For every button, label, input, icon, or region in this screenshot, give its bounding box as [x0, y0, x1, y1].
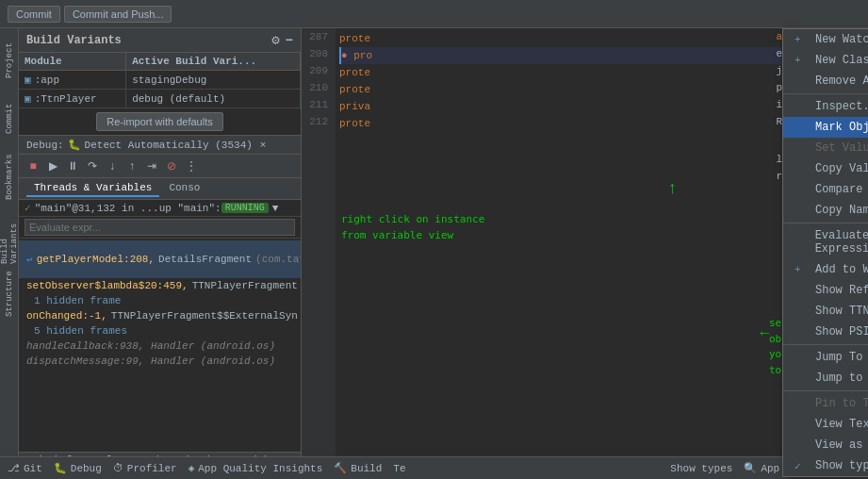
check-icon: ✓ [794, 460, 810, 472]
status-show-types[interactable]: Show types [670, 463, 732, 474]
menu-item-referring-objects[interactable]: Show Referring Objects... [783, 280, 868, 301]
stack-frame[interactable]: onChanged:-1, TTNPlayerFragment$$Externa… [19, 308, 301, 323]
settings-icon[interactable]: ⚙ [271, 32, 279, 48]
package-info: (android.os) [201, 355, 275, 367]
menu-item-show-types[interactable]: ✓ Show types [783, 455, 868, 476]
resume-button[interactable]: ▶ [44, 157, 61, 174]
stop-button[interactable]: ■ [25, 157, 41, 174]
hidden-frames[interactable]: 1 hidden frame [19, 293, 301, 308]
thread-filter-icon[interactable]: ▼ [272, 203, 279, 214]
line-numbers: 287 208 209 210 211 212 [302, 28, 336, 461]
running-badge: RUNNING [221, 203, 269, 213]
eval-input[interactable] [25, 219, 295, 236]
module-name: ▣:TtnPlayer [19, 90, 126, 108]
keyword: prote [339, 67, 370, 78]
menu-item-mark-object[interactable]: Mark Object... F11 [783, 117, 868, 138]
status-app-quality[interactable]: ◈ App Quality Insights [188, 462, 323, 474]
te-label: Te [393, 463, 405, 474]
menu-item-view-as[interactable]: View as ▶ [783, 435, 868, 455]
menu-label: View as [815, 438, 862, 452]
status-git[interactable]: ⎇ Git [8, 462, 42, 474]
commit-push-button[interactable]: Commit and Push... [64, 6, 172, 23]
pause-button[interactable]: ⏸ [64, 157, 81, 174]
stack-frame[interactable]: setObserver$lambda$20:459, TTNPlayerFrag… [19, 278, 301, 293]
module-icon: ▣ [25, 93, 31, 105]
menu-item-show-ttn-objects[interactable]: Show TTNPlayerFragment Objects... [783, 301, 868, 322]
run-to-cursor-button[interactable]: ⇥ [143, 157, 160, 174]
menu-item-label: Copy Value [794, 162, 868, 175]
menu-label: Inspect... [815, 100, 868, 113]
git-icon: ⎇ [8, 462, 20, 474]
menu-item-new-class-watch[interactable]: + New Class Level Watch... [783, 50, 868, 71]
re-import-button[interactable]: Re-import with defaults [96, 112, 223, 131]
minimize-icon[interactable]: − [286, 33, 293, 48]
sidebar-item-build-variants[interactable]: Build Variants [1, 207, 18, 264]
debug-status-label: Debug [71, 463, 102, 474]
menu-label: New Class Level Watch... [815, 54, 868, 67]
menu-item-add-watches[interactable]: + Add to Watches [783, 259, 868, 280]
step-into-button[interactable]: ↓ [104, 157, 121, 174]
status-te[interactable]: Te [393, 463, 405, 474]
menu-item-copy-value[interactable]: Copy Value Ctrl+C [783, 158, 868, 179]
menu-item-evaluate[interactable]: Evaluate Expression... Alt+Shift+8 [783, 225, 868, 259]
menu-item-copy-name[interactable]: Copy Name [783, 200, 868, 221]
table-row[interactable]: ▣:app stagingDebug [19, 71, 301, 90]
keyword: pro [353, 50, 372, 61]
menu-item-label: Jump To Source [794, 351, 868, 364]
menu-item-view-text[interactable]: View Text [783, 414, 868, 435]
variant-value: stagingDebug [126, 71, 301, 90]
tab-console[interactable]: Conso [161, 180, 207, 197]
col-module: Module [19, 53, 126, 71]
sidebar-item-structure[interactable]: Structure [1, 266, 18, 322]
more-button[interactable]: ⋮ [183, 157, 200, 174]
menu-label: Jump to Type Source [815, 372, 868, 385]
line-num: 209 [302, 62, 332, 79]
sidebar-item-commit[interactable]: Commit [1, 91, 18, 147]
debug-close-icon[interactable]: × [260, 140, 267, 151]
android-frame[interactable]: dispatchMessage:99, Handler (android.os) [19, 354, 301, 369]
menu-label: View Text [815, 418, 868, 431]
menu-item-compare-clipboard[interactable]: Compare Value with Clipboard [783, 179, 868, 200]
menu-label: Show types [815, 459, 868, 472]
tab-threads-variables[interactable]: Threads & Variables [26, 180, 159, 197]
hidden-frames-2[interactable]: 5 hidden frames [19, 323, 301, 339]
line-num: 208 [302, 45, 332, 62]
breakpoint-icon: ● [341, 50, 348, 61]
menu-label: New Watch... [815, 33, 868, 46]
menu-item-label: Jump to Type Source [794, 372, 868, 385]
table-row[interactable]: ▣:TtnPlayer debug (default) [19, 90, 301, 108]
menu-label: Show PSI Structure... [815, 325, 868, 339]
class-name: TTNPlayerFragment$$ExternalSyn [111, 310, 298, 322]
show-types-label: Show types [670, 463, 732, 474]
mute-breakpoints-button[interactable]: ⊘ [163, 157, 180, 174]
variant-value: debug (default) [126, 90, 301, 108]
method-name: handleCallback:938, [26, 340, 144, 352]
class-name: DetailsFragment [158, 254, 252, 265]
status-build[interactable]: 🔨 Build [334, 462, 382, 474]
menu-item-remove-all-watches[interactable]: Remove All Watches [783, 71, 868, 91]
menu-item-jump-source[interactable]: Jump To Source F4 [783, 347, 868, 368]
menu-item-inspect[interactable]: Inspect... [783, 96, 868, 117]
menu-item-jump-type[interactable]: Jump to Type Source Shift+F4 [783, 368, 868, 388]
method-name: setObserver$lambda$20:459, [26, 280, 188, 291]
build-icon: 🔨 [334, 462, 347, 474]
module-name: ▣:app [19, 71, 126, 90]
menu-item-label: Show Referring Objects... [794, 284, 868, 297]
step-over-button[interactable]: ↷ [84, 157, 101, 174]
build-variants-header: Build Variants ⚙ − [19, 28, 301, 53]
step-out-button[interactable]: ↑ [123, 157, 140, 174]
android-frame[interactable]: handleCallback:938, Handler (android.os) [19, 339, 301, 354]
menu-item-psi-structure[interactable]: Show PSI Structure... [783, 322, 868, 342]
menu-label: Show Referring Objects... [815, 284, 868, 297]
code-panel: 287 208 209 210 211 212 prote ● pro prot… [302, 28, 868, 479]
menu-item-new-watch[interactable]: + New Watch... Insert [783, 29, 868, 50]
sidebar-item-bookmarks[interactable]: Bookmarks [1, 149, 18, 206]
menu-label: Jump To Source [815, 351, 868, 364]
status-profiler[interactable]: ⏱ Profiler [113, 462, 177, 474]
context-menu: + New Watch... Insert + New Class Level … [782, 28, 868, 477]
sidebar-item-project[interactable]: Project [1, 32, 18, 89]
commit-button[interactable]: Commit [8, 6, 60, 23]
stack-frame[interactable]: ↩ getPlayerModel:208, DetailsFragment (c… [19, 240, 301, 278]
build-variants-section: Build Variants ⚙ − Module Active Build V… [19, 28, 301, 135]
status-debug[interactable]: 🐛 Debug [54, 462, 102, 474]
